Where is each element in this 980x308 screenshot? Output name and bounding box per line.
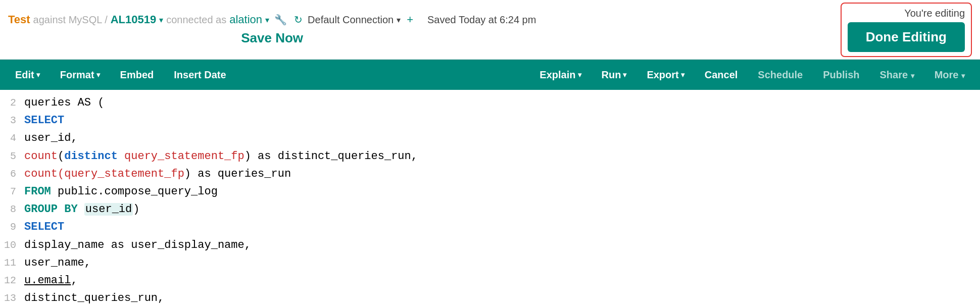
code-token: ) (184, 168, 198, 180)
connected-as-label: connected as (166, 14, 226, 26)
code-token: ) (244, 150, 258, 163)
code-token: SELECT (24, 221, 64, 233)
against-label: against MySQL / (33, 14, 108, 26)
code-content: SELECT (24, 112, 980, 129)
code-token: , (71, 274, 77, 287)
line-number: 10 (0, 237, 24, 253)
code-content: count(distinct query_statement_fp) as di… (24, 147, 980, 165)
more-chevron: ▾ (961, 72, 965, 80)
code-token: queries_run (211, 168, 291, 180)
connection-user: alation (229, 13, 262, 26)
share-chevron: ▾ (911, 72, 914, 80)
code-token: as (198, 168, 211, 180)
toolbar-right: Schedule Publish Share ▾ More ▾ (749, 65, 974, 85)
chevron-down-icon-2[interactable]: ▾ (265, 15, 269, 25)
code-content: u.email, (24, 272, 980, 289)
code-token: GROUP BY (24, 203, 78, 216)
refresh-icon[interactable]: ↻ (294, 14, 303, 26)
export-button[interactable]: Export ▾ (638, 65, 693, 85)
code-token: as (111, 239, 124, 251)
code-token: user_name, (24, 256, 91, 269)
code-token: public.compose_query_log (51, 185, 218, 198)
default-connection-label[interactable]: Default Connection (308, 14, 394, 26)
toolbar: Edit ▾ Format ▾ Embed Insert Date Explai… (0, 60, 980, 90)
code-content: GROUP BY user_id) (24, 200, 980, 218)
query-id[interactable]: AL10519 (111, 13, 157, 26)
table-row: 6 count(query_statement_fp) as queries_r… (0, 165, 980, 183)
table-row: 12 u.email, (0, 272, 980, 289)
table-row: 10 display_name as user_display_name, (0, 236, 980, 254)
line-number: 11 (0, 255, 24, 271)
format-chevron: ▾ (96, 71, 100, 79)
publish-button[interactable]: Publish (814, 65, 868, 85)
table-row: 13 distinct_queries_run, (0, 289, 980, 307)
you-editing-label: You're editing (904, 8, 965, 19)
embed-button[interactable]: Embed (111, 65, 163, 85)
insert-date-button[interactable]: Insert Date (165, 65, 235, 85)
code-token: as (258, 150, 271, 163)
edit-button[interactable]: Edit ▾ (6, 65, 49, 85)
code-token: queries AS ( (24, 96, 104, 109)
code-token: FROM (24, 185, 51, 198)
code-token: count (24, 168, 58, 180)
line-number: 5 (0, 148, 24, 165)
table-row: 11 user_name, (0, 254, 980, 272)
code-token (78, 203, 84, 216)
code-token: distinct_queries_run, (271, 150, 418, 163)
code-token: SELECT (24, 114, 64, 127)
code-content: SELECT (24, 218, 980, 236)
code-token: distinct_queries_run, (24, 292, 164, 304)
run-button[interactable]: Run ▾ (593, 65, 636, 85)
code-content: queries AS ( (24, 94, 980, 112)
chevron-down-icon-3[interactable]: ▾ (397, 15, 401, 25)
line-number: 8 (0, 201, 24, 218)
code-content: user_id, (24, 129, 980, 147)
wrench-icon[interactable]: 🔧 (274, 14, 287, 26)
code-token: ( (58, 150, 64, 163)
explain-button[interactable]: Explain ▾ (530, 65, 590, 85)
editing-wrapper: You're editing Done Editing (841, 3, 972, 57)
done-editing-button[interactable]: Done Editing (848, 22, 965, 52)
table-row: 2 queries AS ( (0, 94, 980, 112)
line-number: 12 (0, 273, 24, 289)
line-number: 13 (0, 290, 24, 306)
run-chevron: ▾ (623, 71, 626, 79)
code-content: distinct_queries_run, (24, 289, 980, 307)
schedule-button[interactable]: Schedule (749, 65, 812, 85)
code-editor[interactable]: 2 queries AS (3 SELECT4 user_id,5 count(… (0, 90, 980, 308)
code-token: user_id (84, 203, 133, 216)
share-button[interactable]: Share ▾ (870, 65, 923, 85)
line-number: 4 (0, 130, 24, 146)
code-content: FROM public.compose_query_log (24, 183, 980, 200)
top-bar-meta: Test against MySQL / AL10519 ▾ connected… (8, 13, 536, 26)
plus-icon[interactable]: + (407, 13, 413, 26)
explain-chevron: ▾ (578, 71, 581, 79)
chevron-down-icon[interactable]: ▾ (159, 15, 163, 25)
code-token: query_statement_fp (118, 150, 244, 163)
table-row: 9SELECT (0, 218, 980, 236)
line-number: 3 (0, 113, 24, 129)
more-button[interactable]: More ▾ (925, 65, 974, 85)
table-row: 8 GROUP BY user_id) (0, 200, 980, 218)
table-row: 7 FROM public.compose_query_log (0, 183, 980, 200)
export-chevron: ▾ (681, 71, 684, 79)
format-button[interactable]: Format ▾ (51, 65, 109, 85)
table-row: 3 SELECT (0, 112, 980, 129)
save-now-button[interactable]: Save Now (8, 30, 536, 46)
code-token: distinct (64, 150, 118, 163)
code-content: user_name, (24, 254, 980, 272)
saved-info: Saved Today at 6:24 pm (427, 14, 536, 26)
code-token: ) (133, 203, 139, 216)
table-row: 4 user_id, (0, 129, 980, 147)
top-bar: Test against MySQL / AL10519 ▾ connected… (0, 0, 980, 60)
line-number: 7 (0, 184, 24, 200)
table-row: 5 count(distinct query_statement_fp) as … (0, 147, 980, 165)
code-token: u.email (24, 274, 71, 287)
code-token: (query_statement_fp (58, 168, 184, 180)
line-number: 9 (0, 219, 24, 235)
code-content: display_name as user_display_name, (24, 236, 980, 254)
line-number: 6 (0, 166, 24, 182)
cancel-button[interactable]: Cancel (696, 65, 747, 85)
code-token: user_id, (24, 132, 78, 144)
code-token: user_display_name, (124, 239, 251, 251)
